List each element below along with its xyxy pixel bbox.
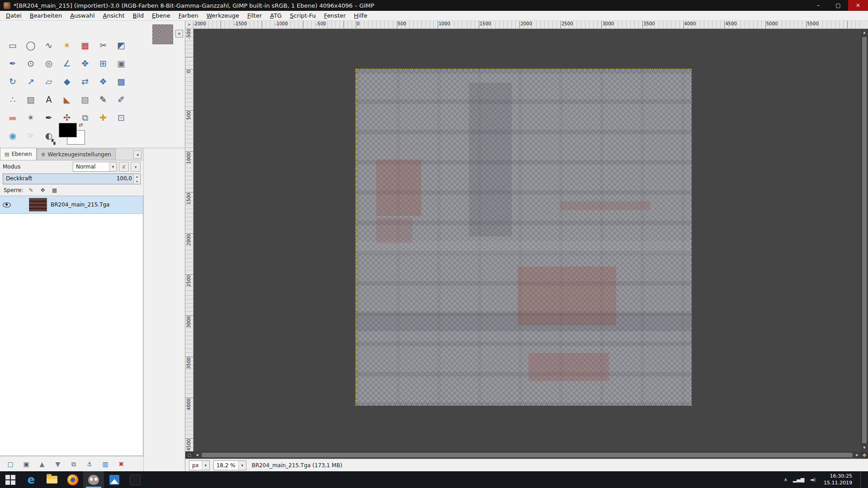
- new-group-button[interactable]: ▣: [20, 458, 32, 470]
- menu-bearbeiten[interactable]: Bearbeiten: [26, 11, 66, 20]
- tool-eraser[interactable]: ▬: [4, 108, 22, 127]
- visibility-toggle[interactable]: [0, 202, 14, 207]
- menu-werkzeuge[interactable]: Werkzeuge: [203, 11, 243, 20]
- tool-select-by-color[interactable]: ▦: [76, 36, 94, 54]
- canvas-viewport[interactable]: [193, 29, 861, 451]
- tool-seamless-clone[interactable]: ▨: [22, 90, 40, 108]
- ruler-origin-button[interactable]: ➤: [185, 21, 193, 29]
- tool-flip[interactable]: ⇄: [76, 72, 94, 90]
- tool-pencil[interactable]: ✎: [94, 90, 112, 108]
- tool-perspective[interactable]: ◆: [58, 72, 76, 90]
- canvas-image[interactable]: [356, 69, 691, 405]
- tool-rotate[interactable]: ↻: [4, 72, 22, 90]
- swap-colors-icon[interactable]: ⇄: [79, 122, 83, 128]
- merge-layer-button[interactable]: ▥: [99, 458, 111, 470]
- network-icon[interactable]: ▂▄▆: [793, 477, 804, 483]
- quickmask-button[interactable]: ▢: [185, 451, 193, 459]
- tool-shear[interactable]: ▱: [40, 72, 58, 90]
- tool-measure[interactable]: ∠: [58, 54, 76, 72]
- left-ruler[interactable]: -500050010001500200025003000350040004500: [185, 29, 193, 451]
- tool-airbrush[interactable]: ✴: [22, 108, 40, 127]
- new-layer-button[interactable]: ▢: [5, 458, 16, 470]
- menu-ansicht[interactable]: Ansicht: [99, 11, 129, 20]
- scroll-up-icon[interactable]: ▲: [861, 29, 868, 36]
- anchor-layer-button[interactable]: ⚓: [84, 458, 95, 470]
- tool-cage-transform[interactable]: ▩: [112, 72, 130, 90]
- tool-unified-transform[interactable]: ❖: [94, 72, 112, 90]
- layer-row[interactable]: BR204_main_215.Tga: [0, 196, 143, 214]
- duplicate-layer-button[interactable]: ⧉: [68, 458, 80, 470]
- tool-scissors-select[interactable]: ✂: [94, 36, 112, 54]
- menu-hilfe[interactable]: Hilfe: [350, 11, 372, 20]
- scroll-right-icon[interactable]: ▶: [854, 451, 861, 459]
- show-desktop-button[interactable]: [860, 471, 863, 488]
- menu-script-fu[interactable]: Script-Fu: [286, 11, 320, 20]
- taskbar-firefox[interactable]: [62, 471, 83, 488]
- spin-up-icon[interactable]: ▴: [134, 174, 140, 179]
- taskbar-photos[interactable]: [104, 471, 125, 488]
- image-thumbnail[interactable]: [152, 24, 173, 44]
- tool-paintbrush[interactable]: ✐: [112, 90, 130, 108]
- taskbar-edge[interactable]: e: [21, 471, 42, 488]
- tool-zoom[interactable]: ◎: [40, 54, 58, 72]
- mode-extra-dropdown[interactable]: ▾: [131, 162, 141, 172]
- tool-scale[interactable]: ↗: [22, 72, 40, 90]
- lock-alpha-icon[interactable]: ▦: [50, 186, 59, 195]
- lower-layer-button[interactable]: ▼: [52, 458, 64, 470]
- maximize-button[interactable]: ▢: [828, 0, 848, 11]
- scroll-left-icon[interactable]: ◀: [193, 451, 201, 459]
- close-button[interactable]: ✕: [848, 0, 868, 11]
- unit-select[interactable]: px ▾: [189, 460, 210, 470]
- reset-colors-icon[interactable]: ▚: [52, 139, 55, 145]
- menu-bild[interactable]: Bild: [129, 11, 148, 20]
- tool-move[interactable]: ✥: [76, 54, 94, 72]
- tool-foreground-select[interactable]: ◩: [112, 36, 130, 54]
- tool-align[interactable]: ⊞: [94, 54, 112, 72]
- tool-crop[interactable]: ▣: [112, 54, 130, 72]
- scroll-down-icon[interactable]: ▼: [861, 444, 868, 451]
- horizontal-scroll-thumb[interactable]: [202, 453, 853, 457]
- dock-close-button[interactable]: ✕: [175, 30, 183, 38]
- navigation-button[interactable]: ✥: [861, 451, 868, 459]
- menu-farben[interactable]: Farben: [175, 11, 203, 20]
- taskbar-start[interactable]: [0, 471, 21, 488]
- taskbar-explorer[interactable]: [42, 471, 62, 488]
- taskbar-dark-app[interactable]: [125, 471, 146, 488]
- tool-rectangle-select[interactable]: ▭: [4, 36, 22, 54]
- tool-paths[interactable]: ✒: [4, 54, 22, 72]
- taskbar-clock[interactable]: 16:30:25 15.11.2019: [821, 473, 855, 486]
- tab-ebenen[interactable]: ▤ Ebenen: [0, 148, 37, 160]
- vertical-scrollbar[interactable]: ▲ ▼: [861, 29, 868, 451]
- menu-fenster[interactable]: Fenster: [320, 11, 350, 20]
- switch-mode-button[interactable]: ⇵: [119, 162, 129, 172]
- tool-blur-sharpen[interactable]: ◉: [4, 127, 22, 145]
- foreground-color-swatch[interactable]: [59, 123, 77, 137]
- top-ruler[interactable]: -2000-1500-1000-500050010001500200025003…: [193, 21, 861, 29]
- tray-expand-icon[interactable]: ∧: [784, 477, 788, 483]
- menu-filter[interactable]: Filter: [243, 11, 266, 20]
- menu-ebene[interactable]: Ebene: [148, 11, 175, 20]
- mode-select[interactable]: Normal ▾: [73, 162, 117, 172]
- opacity-slider[interactable]: Deckkraft 100,0 ▴ ▾: [3, 174, 141, 184]
- menu-datei[interactable]: Datei: [2, 11, 26, 20]
- tool-free-select[interactable]: ∿: [40, 36, 58, 54]
- lock-position-icon[interactable]: ✥: [38, 186, 47, 195]
- vertical-scroll-thumb[interactable]: [862, 37, 867, 443]
- menu-auswahl[interactable]: Auswahl: [66, 11, 99, 20]
- taskbar-gimp[interactable]: [83, 471, 104, 488]
- tool-bucket-fill[interactable]: ◣: [58, 90, 76, 108]
- menu-atg[interactable]: ATG: [266, 11, 286, 20]
- tool-handle-transform[interactable]: ∴: [4, 90, 22, 108]
- horizontal-scrollbar[interactable]: ◀ ▶: [193, 451, 861, 459]
- tool-color-picker[interactable]: ⊙: [22, 54, 40, 72]
- tab-werkzeugeinstellungen[interactable]: ⚙ Werkzeugeinstellungen: [37, 149, 116, 160]
- dock-menu-button[interactable]: ◂: [133, 150, 142, 159]
- tool-smudge[interactable]: ☞: [22, 127, 40, 145]
- zoom-select[interactable]: 18,2 % ▾: [213, 460, 246, 470]
- delete-layer-button[interactable]: ✖: [115, 458, 127, 470]
- tool-ellipse-select[interactable]: ◯: [22, 36, 40, 54]
- lock-pixels-icon[interactable]: ✎: [26, 186, 35, 195]
- raise-layer-button[interactable]: ▲: [36, 458, 48, 470]
- volume-icon[interactable]: ◄): [810, 477, 816, 483]
- spin-down-icon[interactable]: ▾: [134, 179, 140, 184]
